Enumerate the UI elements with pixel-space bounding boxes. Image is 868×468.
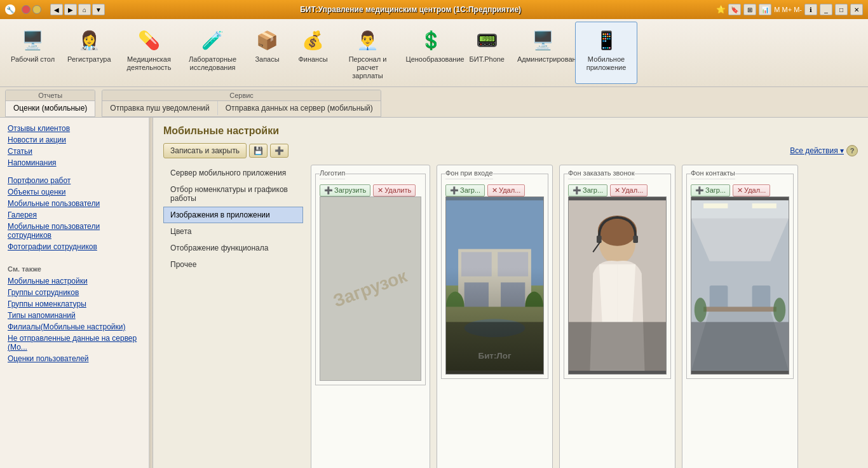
toolbar-label-zapasy: Запасы	[255, 55, 279, 64]
grid-button[interactable]: ⊞	[743, 4, 756, 15]
sidebar-link-novosti[interactable]: Новости и акции	[8, 134, 141, 146]
toolbar-item-laboratornye[interactable]: 🧪 Лабораторные исследования	[182, 22, 244, 84]
svg-point-6	[446, 291, 465, 322]
settings-layout: Сервер мобильного приложения Отбор номен…	[163, 165, 858, 468]
all-actions-dropdown[interactable]: Все действия ▾	[790, 146, 844, 155]
info-button[interactable]: ℹ	[804, 4, 817, 15]
settings-menu-server[interactable]: Сервер мобильного приложения	[163, 165, 303, 181]
bit-phone-icon: 📟	[471, 25, 502, 55]
fon-kontakty-delete-button[interactable]: ✕ Удал...	[733, 184, 770, 196]
fon-kontakty-upload-button[interactable]: ➕ Загр...	[691, 184, 730, 196]
fon-zvonok-upload-label: Загр...	[583, 186, 603, 194]
add-button[interactable]: ➕	[270, 144, 288, 158]
sidebar-link-otzyvy[interactable]: Отзывы клиентов	[8, 123, 141, 134]
svg-rect-20	[703, 203, 728, 208]
save-button[interactable]: 💾	[249, 144, 268, 158]
toolbar-item-medicinskaya[interactable]: 💊 Медицинская деятельность	[118, 22, 180, 84]
settings-menu-cveta[interactable]: Цвета	[163, 223, 303, 240]
save-close-button[interactable]: Записать и закрыть	[163, 143, 247, 158]
fon-kontakty-legend: Фон контакты	[691, 169, 735, 179]
svg-rect-2	[461, 252, 492, 276]
tab-ocenki[interactable]: Оценки (мобильные)	[6, 101, 95, 116]
logotip-delete-button[interactable]: ✕ Удалить	[373, 184, 416, 196]
window-controls	[22, 5, 41, 14]
tab-otpravka-push[interactable]: Отправка пуш уведомлений	[102, 101, 217, 115]
fon-kontakty-upload-label: Загр...	[705, 186, 726, 194]
upload-icon-2: ➕	[450, 186, 459, 195]
fon-zvonok-delete-button[interactable]: ✕ Удал...	[610, 184, 648, 196]
toolbar-item-rabochiy-stol[interactable]: 🖥️ Рабочий стол	[5, 22, 60, 84]
fon-vhod-upload-button[interactable]: ➕ Загр...	[445, 184, 485, 196]
sidebar-link-portfolio[interactable]: Портфолио работ	[8, 175, 141, 186]
svg-point-27	[695, 298, 707, 322]
help-button[interactable]: ?	[846, 145, 858, 156]
fon-zvonok-upload-button[interactable]: ➕ Загр...	[568, 184, 607, 196]
back-button[interactable]: ◀	[50, 4, 63, 15]
upload-icon-4: ➕	[695, 186, 704, 195]
settings-menu-prochee[interactable]: Прочее	[163, 256, 303, 273]
page-content: Мобильные настройки Записать и закрыть 💾…	[153, 118, 868, 468]
main-layout: Отзывы клиентов Новости и акции Статьи Н…	[0, 118, 868, 468]
close-btn2[interactable]: ✕	[850, 4, 863, 15]
svg-text:Бит:Лог: Бит:Лог	[478, 350, 512, 360]
minimize-button[interactable]	[32, 5, 41, 14]
titlebar-right-controls: ⭐ 🔖 ⊞ 📊 M M+ M- ℹ _ □ ✕	[716, 4, 863, 15]
home-button[interactable]: ⌂	[78, 4, 91, 15]
rabochiy-stol-icon: 🖥️	[18, 25, 48, 55]
svg-rect-26	[703, 306, 776, 312]
toolbar-item-zapasy[interactable]: 📦 Запасы	[245, 22, 290, 84]
toolbar-label-bit-phone: БИТ.Phone	[470, 55, 505, 64]
sidebar-link-obekty[interactable]: Объекты оценки	[8, 186, 141, 198]
sidebar-link-mobilnye-sotr[interactable]: Мобильные пользователи сотрудников	[8, 221, 141, 241]
restore-button[interactable]: □	[835, 4, 848, 15]
sidebar-link-tipy-napominaniy[interactable]: Типы напоминаний	[8, 310, 141, 321]
logotip-upload-button[interactable]: ➕ Загрузить	[320, 184, 370, 196]
toolbar-item-mobilnoe[interactable]: 📱 Мобильное приложение	[575, 22, 637, 84]
sidebar-link-fotografii[interactable]: Фотографии сотрудников	[8, 241, 141, 252]
toolbar-item-registratura[interactable]: 👩‍⚕️ Регистратура	[62, 22, 116, 84]
bookmark-button[interactable]: 🔖	[728, 4, 741, 15]
svg-rect-25	[752, 286, 771, 310]
settings-menu-otbor[interactable]: Отбор номенклатуры и графиков работы	[163, 181, 303, 207]
tab-otpravka-dannyh[interactable]: Отправка данных на сервер (мобильный)	[218, 101, 381, 115]
svg-rect-4	[465, 282, 489, 310]
m-label: M M+ M-	[774, 6, 802, 13]
sidebar-link-filialy[interactable]: Филиалы(Мобильные настройки)	[8, 321, 141, 333]
sidebar-link-napominaniya[interactable]: Напоминания	[8, 157, 141, 169]
svg-rect-10	[446, 322, 543, 371]
sidebar-link-gruppy-sotr[interactable]: Группы сотрудников	[8, 287, 141, 298]
sidebar: Отзывы клиентов Новости и акции Статьи Н…	[0, 118, 149, 468]
toolbar-item-bit-phone[interactable]: 📟 БИТ.Phone	[464, 22, 511, 84]
toolbar-item-cenoobrazovanie[interactable]: 💲 Ценообразование	[400, 22, 463, 84]
sidebar-link-stati[interactable]: Статьи	[8, 146, 141, 157]
toolbar-item-administrirovanie[interactable]: 🖥️ Администрирование	[512, 22, 574, 84]
fon-vhod-delete-button[interactable]: ✕ Удал...	[487, 184, 525, 196]
svg-rect-5	[501, 282, 525, 310]
personal-icon: 👨‍💼	[353, 25, 383, 55]
down-button[interactable]: ▼	[92, 4, 105, 15]
close-button[interactable]	[22, 5, 31, 14]
fon-zvonok-delete-label: Удал...	[621, 186, 643, 194]
minimize-btn2[interactable]: _	[820, 4, 832, 15]
toolbar-label-administrirovanie: Администрирование	[517, 55, 568, 64]
delete-icon: ✕	[377, 186, 383, 195]
settings-menu-otobrazhenie[interactable]: Отображение функционала	[163, 240, 303, 256]
settings-menu-izobrazheniya[interactable]: Изображения в приложении	[163, 207, 303, 223]
toolbar-label-mobilnoe: Мобильное приложение	[581, 55, 632, 72]
toolbar-item-personal[interactable]: 👨‍💼 Персонал и расчет зарплаты	[337, 22, 399, 84]
toolbar-item-finansy[interactable]: 💰 Финансы	[291, 22, 336, 84]
forward-button[interactable]: ▶	[64, 4, 77, 15]
logotip-placeholder: Загрузок	[320, 196, 421, 381]
sidebar-link-ne-otpravlennye[interactable]: Не отправленные данные на сервер (Мо...	[8, 333, 141, 353]
sidebar-link-mobilnye-polzovateli[interactable]: Мобильные пользователи	[8, 198, 141, 209]
sidebar-link-ocenki-polzovateley[interactable]: Оценки пользователей	[8, 353, 141, 364]
chart-button[interactable]: 📊	[759, 4, 771, 15]
sidebar-link-mobilnye-nastroyki[interactable]: Мобильные настройки	[8, 275, 141, 287]
svg-rect-15	[597, 235, 602, 242]
sidebar-link-galereya[interactable]: Галерея	[8, 209, 141, 221]
fon-vhod-photo: Бит:Лог	[445, 196, 544, 375]
sidebar-link-gruppy-nomenklatura[interactable]: Группы номенклатуры	[8, 298, 141, 310]
content-area: Мобильные настройки Записать и закрыть 💾…	[153, 118, 868, 468]
toolbar-label-finansy: Финансы	[298, 55, 327, 64]
laboratornye-icon: 🧪	[198, 25, 228, 55]
